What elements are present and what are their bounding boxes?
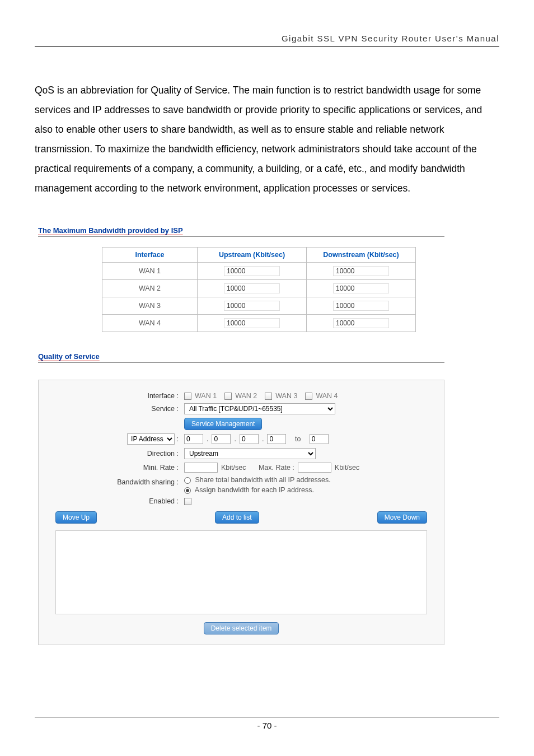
label-bandwidth-sharing: Bandwidth sharing : <box>39 476 184 486</box>
wan4-label: WAN 4 <box>316 392 338 400</box>
downstream-input[interactable]: 10000 <box>333 283 389 293</box>
cell-interface: WAN 3 <box>102 297 198 315</box>
label-direction: Direction : <box>39 450 184 458</box>
ip-octet-4-input[interactable] <box>267 434 286 444</box>
table-row: WAN 4 10000 10000 <box>102 315 416 332</box>
downstream-input[interactable]: 10000 <box>333 301 389 311</box>
mini-rate-unit: Kbit/sec <box>221 464 246 472</box>
wan1-checkbox[interactable] <box>184 393 191 400</box>
qos-form-panel: Interface : WAN 1 WAN 2 WAN 3 WAN 4 Serv… <box>38 380 444 645</box>
ip-octet-2-input[interactable] <box>212 434 231 444</box>
delete-selected-button[interactable]: Delete selected item <box>204 622 279 634</box>
wan3-checkbox[interactable] <box>265 393 272 400</box>
max-rate-input[interactable] <box>298 463 331 473</box>
col-header-downstream: Downstream (Kbit/sec) <box>307 248 416 263</box>
isp-bandwidth-table: Interface Upstream (Kbit/sec) Downstream… <box>102 247 416 332</box>
table-row: WAN 2 10000 10000 <box>102 280 416 297</box>
service-management-button[interactable]: Service Management <box>184 418 262 430</box>
section-title-qos-text: Quality of Service <box>38 352 100 361</box>
table-row: WAN 3 10000 10000 <box>102 297 416 315</box>
cell-interface: WAN 4 <box>102 315 198 332</box>
cell-upstream: 10000 <box>198 297 307 315</box>
cell-upstream: 10000 <box>198 280 307 297</box>
section-title-isp: The Maximum Bandwidth provided by ISP <box>38 226 444 237</box>
direction-select[interactable]: Upstream <box>184 448 316 459</box>
cell-upstream: 10000 <box>198 315 307 332</box>
label-ip: IP Address : <box>39 433 184 445</box>
max-rate-unit: Kbit/sec <box>335 464 359 472</box>
col-header-upstream: Upstream (Kbit/sec) <box>198 248 307 263</box>
move-down-button[interactable]: Move Down <box>377 511 427 524</box>
label-max-rate: Max. Rate : <box>259 464 294 472</box>
ip-to-input[interactable] <box>310 434 329 444</box>
cell-downstream: 10000 <box>307 297 416 315</box>
label-mini-rate: Mini. Rate : <box>39 464 184 472</box>
downstream-input[interactable]: 10000 <box>333 266 389 276</box>
section-title-isp-text: The Maximum Bandwidth provided by ISP <box>38 226 183 235</box>
dot-separator: . <box>234 435 236 443</box>
cell-interface: WAN 2 <box>102 280 198 297</box>
sharing-share-label: Share total bandwidth with all IP addres… <box>195 476 330 484</box>
cell-downstream: 10000 <box>307 263 416 280</box>
wan2-label: WAN 2 <box>235 392 257 400</box>
ip-type-select[interactable]: IP Address <box>127 433 175 445</box>
page-header: Gigabit SSL VPN Security Router User's M… <box>35 34 499 47</box>
wan2-checkbox[interactable] <box>224 393 232 400</box>
ip-octet-3-input[interactable] <box>240 434 259 444</box>
sharing-share-radio[interactable] <box>184 477 191 484</box>
rules-listbox[interactable] <box>55 530 427 614</box>
ip-octet-1-input[interactable] <box>184 434 203 444</box>
label-enabled: Enabled : <box>39 497 184 505</box>
intro-paragraph: QoS is an abbreviation for Quality of Se… <box>35 81 499 198</box>
page-footer: - 70 - <box>35 717 499 730</box>
table-row: WAN 1 10000 10000 <box>102 263 416 280</box>
cell-upstream: 10000 <box>198 263 307 280</box>
wan3-label: WAN 3 <box>275 392 297 400</box>
cell-downstream: 10000 <box>307 315 416 332</box>
wan1-label: WAN 1 <box>195 392 217 400</box>
upstream-input[interactable]: 10000 <box>224 301 280 311</box>
section-title-qos: Quality of Service <box>38 352 444 363</box>
enabled-checkbox[interactable] <box>184 498 191 505</box>
service-select[interactable]: All Traffic [TCP&UDP/1~65535] <box>184 403 335 414</box>
add-to-list-button[interactable]: Add to list <box>215 511 259 524</box>
wan4-checkbox[interactable] <box>305 393 312 400</box>
sharing-assign-label: Assign bandwidth for each IP address. <box>195 486 314 494</box>
upstream-input[interactable]: 10000 <box>224 266 280 276</box>
label-interface: Interface : <box>39 392 184 400</box>
page-number: - 70 - <box>257 721 277 730</box>
upstream-input[interactable]: 10000 <box>224 318 280 328</box>
dot-separator: . <box>262 435 264 443</box>
sharing-assign-radio[interactable] <box>184 487 191 494</box>
downstream-input[interactable]: 10000 <box>333 318 389 328</box>
label-service: Service : <box>39 405 184 413</box>
ip-to-label: to <box>295 435 301 443</box>
upstream-input[interactable]: 10000 <box>224 283 280 293</box>
cell-downstream: 10000 <box>307 280 416 297</box>
col-header-interface: Interface <box>102 248 198 263</box>
mini-rate-input[interactable] <box>184 463 218 473</box>
dot-separator: . <box>207 435 208 443</box>
cell-interface: WAN 1 <box>102 263 198 280</box>
move-up-button[interactable]: Move Up <box>55 511 97 524</box>
